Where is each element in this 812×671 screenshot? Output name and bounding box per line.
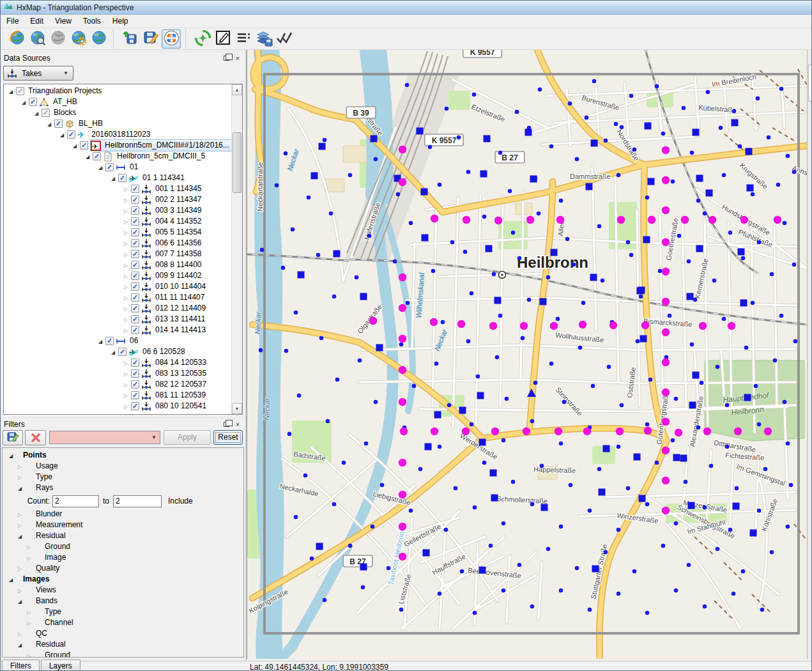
tie-point-dot[interactable]	[473, 505, 477, 510]
checkbox-checked[interactable]: ✓	[131, 196, 139, 204]
checkbox-checked[interactable]: ✓	[131, 293, 139, 302]
menu-item-edit[interactable]: Edit	[24, 15, 49, 27]
tie-point-dot[interactable]	[597, 224, 602, 229]
control-point[interactable]	[399, 366, 406, 374]
tie-point-dot[interactable]	[470, 291, 474, 296]
expand-closed-icon[interactable]: ▷	[123, 194, 129, 206]
tree-row[interactable]: ▷✓083 13 120535	[4, 368, 231, 379]
tie-point-dot[interactable]	[517, 256, 522, 261]
tie-point-dot[interactable]	[284, 151, 288, 156]
control-point[interactable]	[617, 216, 625, 224]
image-center-square[interactable]	[551, 249, 558, 256]
control-point[interactable]	[579, 321, 586, 328]
tie-point-dot[interactable]	[549, 144, 554, 149]
tree-row[interactable]: ◢✓Triangulation Projects	[4, 86, 231, 96]
image-center-square[interactable]	[746, 148, 753, 155]
tie-point-dot[interactable]	[275, 183, 279, 188]
tie-point-dot[interactable]	[260, 248, 264, 252]
control-point[interactable]	[431, 428, 438, 435]
control-point[interactable]	[662, 328, 670, 336]
tree-row[interactable]: ▷✓004 4 114352	[4, 216, 231, 227]
image-center-square[interactable]	[645, 123, 652, 130]
tie-point-dot[interactable]	[687, 563, 691, 567]
tie-point-dot[interactable]	[690, 343, 694, 347]
tie-point-dot[interactable]	[706, 90, 710, 95]
checkbox-checked[interactable]: ✓	[118, 348, 126, 356]
filter-preset-combobox[interactable]: ▼	[49, 431, 160, 444]
tie-point-dot[interactable]	[668, 314, 672, 318]
tie-point-dot[interactable]	[355, 275, 359, 280]
tie-point-dot[interactable]	[502, 589, 506, 593]
tie-point-dot[interactable]	[741, 256, 746, 261]
filter-tree-row[interactable]: ▷Usage	[3, 461, 243, 472]
tie-point-dot[interactable]	[661, 544, 666, 548]
tie-point-dot[interactable]	[604, 550, 608, 555]
tie-point-dot[interactable]	[741, 569, 746, 574]
tie-point-dot[interactable]	[575, 157, 579, 162]
image-center-square[interactable]	[732, 120, 739, 127]
tie-point-dot[interactable]	[374, 400, 378, 405]
expand-open-icon[interactable]: ◢	[110, 173, 116, 184]
expand-open-icon[interactable]: ◢	[46, 118, 52, 130]
tie-point-dot[interactable]	[537, 212, 541, 216]
expand-open-icon[interactable]: ◢	[33, 107, 40, 119]
tie-point-dot[interactable]	[466, 339, 471, 344]
tie-point-dot[interactable]	[703, 212, 707, 216]
expand-open-icon[interactable]: ◢	[84, 151, 91, 162]
filter-tree-row[interactable]: ▷Measurement	[3, 520, 243, 530]
control-point[interactable]	[555, 428, 562, 435]
tie-point-dot[interactable]	[393, 259, 397, 264]
tie-point-dot[interactable]	[447, 403, 452, 408]
tree-row[interactable]: ▷✓008 8 114400	[4, 259, 231, 270]
tie-point-dot[interactable]	[709, 464, 714, 468]
tie-point-dot[interactable]	[332, 295, 337, 299]
image-center-square[interactable]	[479, 439, 486, 446]
control-point[interactable]	[556, 216, 564, 224]
tie-point-dot[interactable]	[482, 461, 487, 465]
tie-point-dot[interactable]	[674, 521, 678, 526]
expand-closed-icon[interactable]: ▷	[123, 401, 129, 412]
tie-point-dot[interactable]	[565, 237, 570, 242]
checkbox-checked[interactable]: ✓	[29, 98, 37, 106]
tie-point-dot[interactable]	[696, 199, 701, 203]
control-point[interactable]	[675, 429, 682, 436]
checkbox-checked[interactable]: ✓	[105, 337, 114, 345]
tie-point-dot[interactable]	[387, 566, 391, 571]
tie-point-dot[interactable]	[332, 502, 337, 507]
image-center-square[interactable]	[484, 135, 491, 143]
tree-row[interactable]: ◢✓BL_HB	[4, 118, 231, 129]
tie-point-dot[interactable]	[454, 486, 458, 491]
filter-tree-row[interactable]: ◢Residual	[3, 530, 243, 541]
expand-open-icon[interactable]: ◢	[17, 530, 23, 542]
tie-point-dot[interactable]	[460, 569, 464, 574]
title-bar[interactable]: HxMap - Triangulation Perspective	[1, 1, 812, 15]
control-point[interactable]	[662, 146, 670, 154]
tie-point-dot[interactable]	[530, 419, 535, 424]
checkbox-checked[interactable]: ✓	[105, 163, 114, 171]
tie-point-dot[interactable]	[540, 464, 544, 468]
expand-open-icon[interactable]: ◢	[8, 574, 14, 585]
tie-point-dot[interactable]	[287, 432, 292, 436]
control-point[interactable]	[583, 428, 591, 435]
fit-view-button[interactable]	[162, 29, 181, 49]
filter-tree-row[interactable]: ▷Type	[3, 606, 243, 617]
checkbox-checked[interactable]: ✓	[131, 282, 139, 291]
tree-row[interactable]: ◢✓AT_HB	[4, 96, 231, 107]
control-point[interactable]	[681, 216, 689, 224]
image-center-square[interactable]	[750, 530, 757, 537]
tie-point-dot[interactable]	[620, 125, 624, 130]
tie-point-dot[interactable]	[754, 384, 758, 389]
tie-point-dot[interactable]	[763, 467, 768, 472]
menu-item-file[interactable]: File	[1, 15, 24, 27]
expand-closed-icon[interactable]: ▷	[17, 461, 23, 472]
tree-row[interactable]: ◢✓01	[4, 162, 231, 173]
control-point[interactable]	[662, 477, 670, 484]
expand-open-icon[interactable]: ◢	[59, 129, 65, 141]
tie-point-dot[interactable]	[323, 138, 327, 143]
tie-point-dot[interactable]	[639, 295, 643, 299]
image-center-square[interactable]	[590, 274, 597, 281]
tie-point-dot[interactable]	[559, 525, 563, 529]
tie-point-dot[interactable]	[786, 525, 790, 529]
tree-row[interactable]: ▷✓082 12 120537	[4, 379, 231, 390]
control-point[interactable]	[399, 491, 406, 498]
